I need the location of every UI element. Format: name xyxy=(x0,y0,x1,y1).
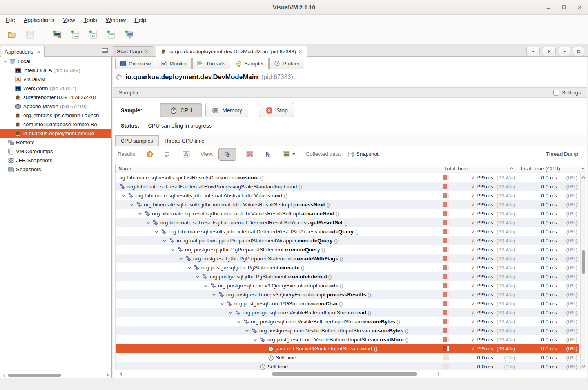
tab-cpu-samples[interactable]: CPU samples xyxy=(115,135,159,146)
scroll-up-icon[interactable] xyxy=(581,175,586,180)
table-row[interactable]: org.postgresql.core.VisibleBufferedInput… xyxy=(116,308,579,317)
column-header-name[interactable]: Name xyxy=(115,164,441,173)
stop-sample-button[interactable]: Stop xyxy=(259,103,294,117)
maximize-view-button[interactable] xyxy=(573,47,584,56)
sidebar-item-com-intellij-database-remote-re[interactable]: com.intellij.database.remote.Re xyxy=(0,120,111,129)
tab-sampler[interactable]: Sampler xyxy=(231,58,269,70)
table-row[interactable]: org.postgresql.jdbc.PgStatement.executeI… xyxy=(116,272,579,281)
column-header-total-time-cpu[interactable]: Total Time (CPU) xyxy=(517,164,579,173)
add-remote-host-button[interactable] xyxy=(124,30,134,40)
scroll-tabs-left-button[interactable] xyxy=(526,47,540,56)
memory-sample-button[interactable]: Memory xyxy=(205,103,248,117)
menu-applications[interactable]: Applications xyxy=(19,16,58,24)
tab-devmodemain-process[interactable]: io.quarkus.deployment.dev.DevModeMain (p… xyxy=(156,46,307,57)
table-row[interactable]: java.net.Socket$SocketInputStream.read (… xyxy=(116,344,579,353)
refresh-results-icon[interactable] xyxy=(163,151,171,158)
table-row[interactable]: org.hibernate.sql.results.jdbc.internal.… xyxy=(116,227,579,236)
hot-spots-view-icon[interactable] xyxy=(246,151,253,158)
delta-results-icon[interactable] xyxy=(183,151,190,158)
add-vm-coredump-button[interactable]: JVM xyxy=(70,30,80,40)
add-jmx-connection-button[interactable] xyxy=(52,30,62,40)
scrollbar-thumb[interactable] xyxy=(272,372,417,376)
menu-window[interactable]: Window xyxy=(102,16,131,24)
table-row[interactable]: org.hibernate.sql.results.jdbc.internal.… xyxy=(116,200,579,209)
table-row[interactable]: org.postgresql.core.VisibleBufferedInput… xyxy=(116,326,579,335)
table-row[interactable]: org.postgresql.core.v3.QueryExecutorImpl… xyxy=(116,290,579,299)
sidebar-item-surefirebooter10391459062201[interactable]: surefirebooter10391459062201 xyxy=(0,93,111,102)
table-row[interactable]: org.hibernate.sql.results.spi.ListResult… xyxy=(116,173,579,182)
combined-view-icon[interactable] xyxy=(264,151,271,158)
close-button[interactable] xyxy=(575,3,585,12)
thread-dump-label[interactable]: Thread Dump xyxy=(546,146,578,162)
sidebar-item-vm-coredumps[interactable]: VM Coredumps xyxy=(0,147,111,156)
scrollbar-thumb[interactable] xyxy=(8,374,61,377)
sidebar-item-webstorm[interactable]: WebStorm(pid 28057) xyxy=(0,84,111,93)
menu-file[interactable]: File xyxy=(2,16,19,24)
sidebar-item-local[interactable]: Local xyxy=(0,57,111,66)
scroll-left-icon[interactable] xyxy=(118,372,124,376)
table-horizontal-scrollbar[interactable] xyxy=(115,371,579,377)
table-row[interactable]: org.postgresql.jdbc.PgStatement.execute … xyxy=(116,263,579,272)
tab-threads[interactable]: Threads xyxy=(192,58,230,69)
table-row[interactable]: org.hibernate.sql.results.jdbc.internal.… xyxy=(116,218,579,227)
snapshot-button[interactable]: Snapshot xyxy=(356,151,379,157)
scroll-tabs-right-button[interactable] xyxy=(543,47,556,56)
column-selector-button[interactable] xyxy=(579,164,586,173)
table-row[interactable]: org.postgresql.core.PGStream.receiveChar… xyxy=(116,299,579,308)
table-row[interactable]: org.hibernate.sql.results.jdbc.internal.… xyxy=(116,191,579,200)
table-row[interactable]: org.postgresql.core.VisibleBufferedInput… xyxy=(116,335,579,344)
tab-thread-cpu-time[interactable]: Thread CPU time xyxy=(159,135,210,146)
settings-checkbox[interactable] xyxy=(553,90,559,96)
cpu-sample-button[interactable]: CPU xyxy=(160,103,202,117)
close-icon[interactable] xyxy=(36,50,41,54)
menu-tools[interactable]: Tools xyxy=(80,16,102,24)
sidebar-item-apache-maven[interactable]: mApache Maven(pid 67219) xyxy=(0,102,111,111)
close-icon[interactable] xyxy=(299,49,303,54)
minimize-pane-button[interactable] xyxy=(101,47,108,54)
add-snapshot-button[interactable] xyxy=(106,30,116,40)
forward-calls-view-button[interactable] xyxy=(218,148,236,161)
table-row[interactable]: org.postgresql.core.VisibleBufferedInput… xyxy=(116,317,579,326)
pause-results-icon[interactable] xyxy=(146,151,153,158)
table-row[interactable]: Self time0.0 ms(0%)0.0 ms(0%) xyxy=(116,362,579,370)
sidebar-item-remote[interactable]: Remote xyxy=(0,138,111,147)
table-row[interactable]: org.postgresql.jdbc.PgPreparedStatement.… xyxy=(116,254,579,263)
scrollbar-thumb[interactable] xyxy=(582,250,585,274)
tab-overview[interactable]: iOverview xyxy=(115,58,155,69)
sidebar-horizontal-scrollbar[interactable] xyxy=(0,372,112,378)
scroll-right-icon[interactable] xyxy=(105,373,110,377)
scroll-left-icon[interactable] xyxy=(2,373,7,377)
tab-list-dropdown-button[interactable] xyxy=(559,47,570,56)
sidebar-item-intellij-idea[interactable]: IntelliJ IDEA(pid 60389) xyxy=(0,66,111,75)
settings-toggle[interactable]: Settings xyxy=(553,90,581,96)
table-vertical-scrollbar[interactable] xyxy=(580,174,586,370)
scroll-down-icon[interactable] xyxy=(581,364,586,369)
maximize-button[interactable] xyxy=(559,3,569,12)
table-row[interactable]: org.postgresql.jdbc.PgPreparedStatement.… xyxy=(116,245,579,254)
table-row[interactable]: org.postgresql.core.v3.QueryExecutorImpl… xyxy=(116,281,579,290)
table-row[interactable]: org.hibernate.sql.results.jdbc.internal.… xyxy=(116,209,579,218)
tab-monitor[interactable]: Monitor xyxy=(156,58,192,69)
close-icon[interactable] xyxy=(145,49,149,54)
sidebar-item-snapshots[interactable]: Snapshots xyxy=(0,165,111,174)
table-row[interactable]: Self time0.0 ms(0%)0.0 ms(0%) xyxy=(116,353,579,362)
add-jfr-snapshot-button[interactable]: 01 xyxy=(88,30,98,40)
table-row[interactable]: io.agroal.pool.wrapper.PreparedStatement… xyxy=(116,236,579,245)
thread-selection-icon[interactable] xyxy=(283,151,290,158)
tab-start-page[interactable]: Start Page xyxy=(113,46,153,57)
sidebar-item-visualvm[interactable]: VisualVM xyxy=(0,75,111,84)
column-header-total-time[interactable]: Total Time xyxy=(441,164,517,173)
sidebar-item-jfr-snapshots[interactable]: JFR Snapshots xyxy=(0,156,111,165)
minimize-button[interactable] xyxy=(543,3,554,12)
tab-applications[interactable]: Applications xyxy=(1,46,45,57)
menu-help[interactable]: Help xyxy=(130,16,151,24)
sidebar-item-org-jetbrains-jps-cmdline-launch[interactable]: org.jetbrains.jps.cmdline.Launch xyxy=(0,111,111,120)
snapshot-doc-icon[interactable] xyxy=(348,151,354,157)
load-snapshot-button[interactable] xyxy=(7,30,17,40)
sidebar-item-io-quarkus-deployment-dev-de[interactable]: io.quarkus.deployment.dev.De xyxy=(0,129,111,138)
chevron-down-icon[interactable] xyxy=(292,152,296,156)
tab-profiler[interactable]: Profiler xyxy=(269,58,304,69)
menu-view[interactable]: View xyxy=(59,16,80,24)
scroll-right-icon[interactable] xyxy=(436,372,441,376)
table-row[interactable]: org.hibernate.sql.results.internal.RowPr… xyxy=(116,182,579,191)
